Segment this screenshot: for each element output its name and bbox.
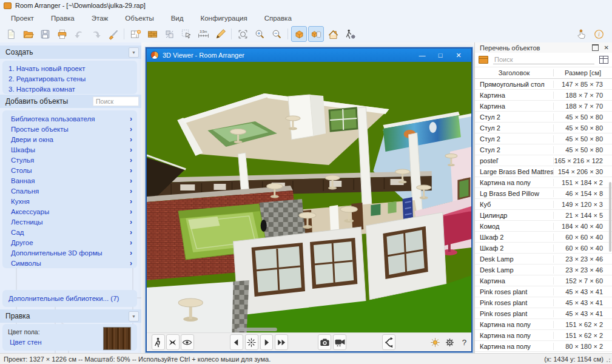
objects-search-input[interactable] <box>93 96 139 106</box>
table-edit-icon[interactable] <box>599 56 608 64</box>
object-category-item[interactable]: Простые объекты <box>2 124 137 134</box>
table-row[interactable]: Картина 188 × 7 × 70 <box>475 90 612 101</box>
resize-grip[interactable] <box>605 357 611 363</box>
additional-libraries-link[interactable]: Дополнительные библиотеки... (7) <box>2 295 119 302</box>
create-step-link[interactable]: 3. Настройка комнат <box>2 84 137 95</box>
object-category-item[interactable]: Библиотека пользователя <box>2 113 137 124</box>
table-row[interactable]: Картина 152 × 7 × 60 <box>475 275 612 286</box>
menu-item[interactable]: Проект <box>2 13 42 24</box>
fly-button[interactable] <box>166 334 180 350</box>
object-category-item[interactable]: Кухня <box>2 196 137 206</box>
object-category-item[interactable]: Другое <box>2 237 137 248</box>
print-button[interactable] <box>54 26 70 42</box>
help-button[interactable] <box>458 334 471 350</box>
move-objects-button[interactable] <box>161 26 177 42</box>
table-row[interactable]: Комод 184 × 40 × 40 <box>475 221 612 232</box>
brick-wall-button[interactable] <box>144 26 160 42</box>
table-row[interactable]: Куб 149 × 120 × 3 <box>475 199 612 210</box>
minimize-button[interactable]: — <box>413 49 431 62</box>
table-row[interactable]: Стул 2 45 × 50 × 80 <box>475 144 612 155</box>
maximize-button[interactable]: □ <box>431 49 449 62</box>
collapse-button[interactable]: ▼ <box>129 311 139 322</box>
measure-button[interactable] <box>195 26 211 42</box>
panel-scrollbar[interactable] <box>609 182 611 252</box>
menu-item[interactable]: Вид <box>163 13 192 24</box>
float-window-icon[interactable] <box>592 44 599 51</box>
step-back-button[interactable] <box>230 334 243 350</box>
zoom-fit-button[interactable] <box>235 26 251 42</box>
object-category-item[interactable]: Двери и окна <box>2 134 137 144</box>
zoom-in-button[interactable] <box>252 26 267 42</box>
roof-button[interactable] <box>325 26 341 42</box>
video-button[interactable] <box>333 334 346 350</box>
column-header-name[interactable]: Заголовок <box>475 69 553 76</box>
redo-button[interactable] <box>88 26 104 42</box>
column-header-size[interactable]: Размер [см] <box>553 69 612 76</box>
object-category-item[interactable]: Символы <box>2 258 137 268</box>
object-category-item[interactable]: Стулья <box>2 155 137 165</box>
rotate-button[interactable] <box>382 334 395 350</box>
table-row[interactable]: Desk Lamp 23 × 23 × 46 <box>475 254 612 265</box>
save-button[interactable] <box>37 26 53 42</box>
undo-button[interactable] <box>71 26 87 42</box>
floor-color-swatch[interactable] <box>103 327 131 350</box>
floor-plan-button[interactable] <box>127 26 143 42</box>
close-button[interactable]: ✕ <box>449 49 468 62</box>
info-button[interactable] <box>591 26 607 42</box>
table-row[interactable]: Pink roses plant 45 × 43 × 41 <box>475 308 612 319</box>
settings-button[interactable] <box>443 334 456 350</box>
object-category-item[interactable]: Спальня <box>2 186 137 196</box>
table-row[interactable]: Pink roses plant 45 × 43 × 41 <box>475 286 612 297</box>
object-category-item[interactable]: Сад <box>2 227 137 237</box>
menu-item[interactable]: Конфигурация <box>192 13 256 24</box>
menu-item[interactable]: Этаж <box>83 13 117 24</box>
table-row[interactable]: Картина на полу 151 × 62 × 2 <box>475 330 612 341</box>
table-row[interactable]: Цилиндр 21 × 144 × 5 <box>475 210 612 221</box>
object-category-item[interactable]: Лестницы <box>2 217 137 227</box>
menu-item[interactable]: Объекты <box>116 13 162 24</box>
close-panel-icon[interactable]: ✕ <box>604 44 609 51</box>
select-objects-button[interactable] <box>178 26 194 42</box>
viewer-titlebar[interactable]: 3D Viewer - Room Arranger — □ ✕ <box>147 49 471 62</box>
table-row[interactable]: posteľ 165 × 216 × 122 <box>475 155 612 166</box>
object-category-item[interactable]: Шкафы <box>2 144 137 155</box>
object-category-item[interactable]: Столы <box>2 165 137 175</box>
table-row[interactable]: Стул 2 45 × 50 × 80 <box>475 112 612 123</box>
paint-brush-button[interactable] <box>105 26 121 42</box>
object-category-item[interactable]: Дополнительные 3D формы <box>2 248 137 258</box>
context-help-button[interactable] <box>574 26 590 42</box>
spin-button[interactable] <box>245 334 258 350</box>
table-row[interactable]: Pink roses plant 45 × 43 × 41 <box>475 297 612 308</box>
draw-wall-button[interactable] <box>212 26 228 42</box>
table-row[interactable]: Шкаф 2 60 × 60 × 40 <box>475 232 612 243</box>
create-step-link[interactable]: 2. Редактировать стены <box>2 74 137 84</box>
table-row[interactable]: Large Brass Bed Mattress 154 × 206 × 30 <box>475 166 612 177</box>
table-row[interactable]: Стул 2 45 × 50 × 80 <box>475 133 612 144</box>
table-row[interactable]: Шкаф 2 60 × 60 × 40 <box>475 243 612 254</box>
table-row[interactable]: Картина на полу 80 × 180 × 2 <box>475 341 612 352</box>
menu-item[interactable]: Правка <box>42 13 83 24</box>
create-step-link[interactable]: 1. Начать новый проект <box>2 64 137 74</box>
viewport-3d[interactable] <box>147 62 471 332</box>
object-category-item[interactable]: Аксессуары <box>2 206 137 217</box>
new-document-button[interactable] <box>3 26 19 42</box>
walk-settings-button[interactable] <box>342 26 358 42</box>
view-3d-objects-button[interactable] <box>308 26 324 42</box>
object-category-item[interactable]: Ванная <box>2 175 137 186</box>
table-row[interactable]: Картина на полу 151 × 184 × 2 <box>475 177 612 188</box>
light-button[interactable] <box>429 334 442 350</box>
object-list-search-input[interactable] <box>493 56 594 64</box>
fast-forward-button[interactable] <box>275 334 288 350</box>
menu-item[interactable]: Справка <box>256 13 300 24</box>
table-row[interactable]: Lg Brass Bed Pillow 46 × 154 × 8 <box>475 188 612 199</box>
play-button[interactable] <box>260 334 274 350</box>
table-row[interactable]: Картина на полу 151 × 62 × 2 <box>475 319 612 330</box>
walk-button[interactable] <box>152 334 165 350</box>
table-row[interactable]: Desk Lamp 23 × 23 × 46 <box>475 265 612 275</box>
open-folder-button[interactable] <box>20 26 36 42</box>
table-row[interactable]: Картина 188 × 7 × 70 <box>475 101 612 112</box>
table-row[interactable]: Прямоугольный стол 147 × 85 × 73 <box>475 79 612 90</box>
camera-button[interactable] <box>318 334 331 350</box>
zoom-out-button[interactable] <box>269 26 284 42</box>
table-row[interactable]: Стул 2 45 × 50 × 80 <box>475 123 612 133</box>
